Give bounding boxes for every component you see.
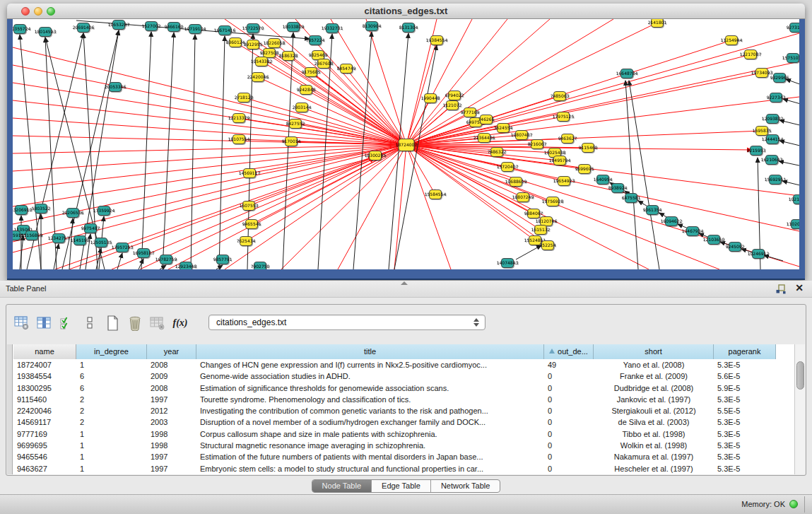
column-header-out_degree[interactable]: out_de... <box>544 344 594 359</box>
cell-pagerank[interactable]: 5.3E-5 <box>714 440 776 451</box>
column-header-title[interactable]: title <box>196 344 544 359</box>
cell-pagerank[interactable]: 5.9E-5 <box>714 382 776 394</box>
cell-name[interactable]: 9699695 <box>13 440 76 451</box>
graph-edge[interactable] <box>260 19 406 145</box>
cell-year[interactable]: 2003 <box>147 416 196 428</box>
column-header-name[interactable]: name <box>13 344 76 359</box>
tab-network-table[interactable]: Network Table <box>430 480 500 492</box>
show-column-icon[interactable] <box>35 314 54 332</box>
graph-edge[interactable] <box>163 33 174 269</box>
cell-pagerank[interactable]: 5.3E-5 <box>714 428 776 440</box>
cell-short[interactable]: de Silva et al. (2003) <box>594 416 714 428</box>
cell-out_degree[interactable]: 0 <box>544 440 594 451</box>
column-header-pagerank[interactable]: pagerank <box>714 344 776 359</box>
cell-year[interactable]: 1997 <box>147 394 196 405</box>
graph-edge[interactable] <box>779 141 799 147</box>
new-table-icon[interactable] <box>102 314 122 332</box>
tab-edge-table[interactable]: Edge Table <box>371 480 430 492</box>
close-panel-icon[interactable]: ✕ <box>795 282 804 293</box>
tab-node-table[interactable]: Node Table <box>312 480 371 492</box>
graph-edge[interactable] <box>406 97 799 145</box>
graph-edge[interactable] <box>62 30 119 269</box>
cell-pagerank[interactable]: 5.3E-5 <box>714 359 776 370</box>
cell-year[interactable]: 1998 <box>147 428 196 440</box>
graph-edge[interactable] <box>112 145 406 269</box>
cell-name[interactable]: 9465546 <box>13 451 76 462</box>
cell-name[interactable]: 9463627 <box>13 463 76 474</box>
graph-edge[interactable] <box>779 161 799 167</box>
cell-out_degree[interactable]: 0 <box>544 428 594 440</box>
graph-edge[interactable] <box>779 120 799 127</box>
graph-edge[interactable] <box>69 218 73 269</box>
table-row[interactable]: 946362711997Embryonic stem cells: a mode… <box>13 463 794 474</box>
cell-title[interactable]: Genome-wide association studies in ADHD. <box>196 370 544 382</box>
table-row[interactable]: 969969511998Structural magnetic resonanc… <box>13 440 794 451</box>
table-options-icon[interactable] <box>12 314 32 332</box>
cell-title[interactable]: Tourette syndrome. Phenomenology and cla… <box>196 394 544 405</box>
cell-name[interactable]: 14569117 <box>13 416 76 428</box>
table-row[interactable]: 911546021997Tourette syndrome. Phenomeno… <box>13 394 794 405</box>
cell-short[interactable]: Stergiakouli et al. (2012) <box>594 405 714 416</box>
graph-edge[interactable] <box>13 145 406 242</box>
cell-short[interactable]: Wolkin et al. (1998) <box>594 440 714 451</box>
cell-short[interactable]: Nakamura et al. (1997) <box>594 451 714 462</box>
cell-short[interactable]: Franke et al. (2009) <box>594 370 714 382</box>
table-scrollbar-thumb[interactable] <box>796 361 804 390</box>
row-select-icon[interactable] <box>57 314 77 332</box>
table-rows[interactable]: 1872400712008Changes of HCN gene express… <box>13 359 794 474</box>
cell-out_degree[interactable]: 0 <box>544 463 594 474</box>
table-row[interactable]: 2242004622012Investigating the contribut… <box>13 405 794 416</box>
cell-in_degree[interactable]: 1 <box>76 451 147 462</box>
cell-year[interactable]: 2012 <box>147 405 196 416</box>
table-row[interactable]: 977716911998Corpus callosum shape and si… <box>13 428 794 440</box>
cell-out_degree[interactable]: 0 <box>544 382 594 394</box>
cell-name[interactable]: 9115460 <box>13 394 76 405</box>
graph-edge[interactable] <box>406 62 799 145</box>
column-header-short[interactable]: short <box>594 344 714 359</box>
graph-edge[interactable] <box>117 253 122 269</box>
function-builder-icon[interactable]: f(x) <box>170 314 190 332</box>
cell-title[interactable]: Embryonic stem cells: a model to study s… <box>196 463 544 474</box>
graph-edge[interactable] <box>406 145 649 269</box>
cell-pagerank[interactable]: 5.3E-5 <box>714 451 776 462</box>
cell-title[interactable]: Corpus callosum shape and size in male p… <box>196 428 544 440</box>
cell-short[interactable]: Tibbo et al. (1998) <box>594 428 714 440</box>
cell-year[interactable]: 2009 <box>147 370 196 382</box>
cell-name[interactable]: 19384554 <box>13 370 76 382</box>
cell-in_degree[interactable]: 2 <box>76 394 147 405</box>
graph-edge[interactable] <box>406 73 762 145</box>
graph-edge[interactable] <box>406 33 799 145</box>
table-header-row[interactable]: namein_degreeyeartitleout_de...shortpage… <box>13 344 794 359</box>
cell-in_degree[interactable]: 1 <box>76 440 147 451</box>
cell-short[interactable]: Yano et al. (2008) <box>594 359 714 370</box>
table-row[interactable]: 1872400712008Changes of HCN gene express… <box>13 359 794 370</box>
graph-edge[interactable] <box>786 79 799 86</box>
cell-pagerank[interactable]: 5.3E-5 <box>714 416 776 428</box>
window-titlebar[interactable]: citations_edges.txt <box>7 4 805 19</box>
table-row[interactable]: 1830029562008Estimation of significance … <box>13 382 794 394</box>
network-canvas[interactable]: 2035572418014593206914061065328715270029… <box>13 19 799 269</box>
graph-edge[interactable] <box>406 145 451 269</box>
graph-edge[interactable] <box>516 245 541 259</box>
cell-year[interactable]: 2008 <box>147 359 196 370</box>
graph-edge[interactable] <box>281 145 406 269</box>
table-row[interactable]: 946554611997Estimation of the future num… <box>13 451 794 462</box>
column-header-year[interactable]: year <box>147 344 196 359</box>
graph-edge[interactable] <box>629 81 659 269</box>
graph-edge[interactable] <box>764 255 783 261</box>
panel-resize-grip[interactable] <box>401 281 408 285</box>
cell-name[interactable]: 18724007 <box>13 359 76 370</box>
cell-title[interactable]: Disruption of a novel member of a sodium… <box>196 416 544 428</box>
graph-edge[interactable] <box>247 34 253 269</box>
column-pair-icon[interactable] <box>80 314 100 332</box>
cell-in_degree[interactable]: 1 <box>76 359 147 370</box>
float-panel-icon[interactable] <box>775 284 787 295</box>
cell-pagerank[interactable]: 5.3E-5 <box>714 463 776 474</box>
table-row[interactable]: 1938455462009Genome-wide association stu… <box>13 370 794 382</box>
cell-short[interactable]: Dudbridge et al. (2008) <box>594 382 714 394</box>
table-scrollbar[interactable] <box>794 344 805 474</box>
cell-name[interactable]: 9777169 <box>13 428 76 440</box>
table-row[interactable]: 1456911722003Disruption of a novel membe… <box>13 416 794 428</box>
graph-edge[interactable] <box>283 33 293 269</box>
cell-out_degree[interactable]: 0 <box>544 405 594 416</box>
